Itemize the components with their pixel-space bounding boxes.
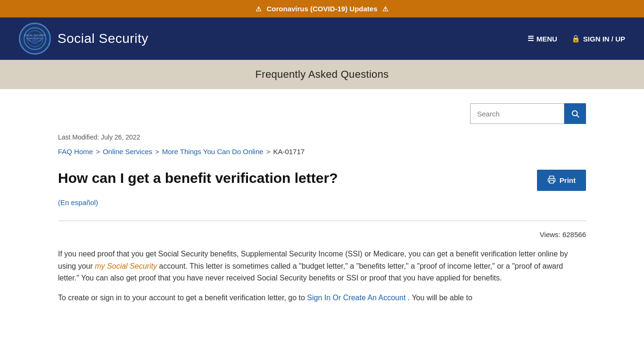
search-button[interactable] (564, 103, 586, 124)
menu-link[interactable]: ☰ MENU (528, 34, 557, 43)
last-modified: Last Modified: July 26, 2022 (58, 133, 586, 141)
search-icon (571, 109, 579, 118)
breadcrumb-more-things[interactable]: More Things You Can Do Online (162, 148, 264, 156)
menu-icon: ☰ (528, 34, 534, 43)
ssa-logo: SOCIAL SECURITY ADMINISTRATION (19, 23, 51, 55)
svg-text:SOCIAL SECURITY: SOCIAL SECURITY (25, 34, 46, 37)
breadcrumb-sep-3: > (266, 148, 271, 156)
sign-in-link[interactable]: Sign In Or Create An Account (307, 294, 405, 302)
lock-icon: 🔒 (571, 34, 580, 43)
signin-label: SIGN IN / UP (583, 35, 625, 43)
views-count: Views: 628566 (58, 230, 586, 239)
main-content: Last Modified: July 26, 2022 FAQ Home > … (39, 89, 605, 325)
alert-banner: ⚠ Coronavirus (COVID-19) Updates ⚠ (0, 0, 644, 17)
sub-header: Frequently Asked Questions (0, 60, 644, 89)
search-form (470, 103, 586, 124)
page-category-title: Frequently Asked Questions (19, 68, 625, 81)
search-input[interactable] (470, 103, 564, 124)
article-header-row: How can I get a benefit verification let… (58, 170, 586, 191)
svg-line-10 (577, 115, 578, 117)
breadcrumb-current: KA-01717 (273, 148, 305, 156)
article-divider (58, 221, 586, 221)
article-paragraph-2: To create or sign in to your account to … (58, 292, 586, 304)
article-paragraph-1: If you need proof that you get Social Se… (58, 248, 586, 284)
breadcrumb-sep-1: > (96, 148, 100, 156)
printer-icon (547, 175, 556, 185)
alert-icon: ⚠ (256, 5, 262, 13)
breadcrumb-faq-home[interactable]: FAQ Home (58, 148, 93, 156)
header: SOCIAL SECURITY ADMINISTRATION Social Se… (0, 17, 644, 60)
svg-line-6 (28, 40, 31, 41)
body-p2-end: . You will be able to (408, 294, 472, 302)
alert-icon-right: ⚠ (382, 5, 388, 13)
en-espanol-link[interactable]: (En español) (58, 198, 98, 206)
header-logo-link[interactable]: SOCIAL SECURITY ADMINISTRATION Social Se… (19, 23, 149, 55)
alert-text: Coronavirus (COVID-19) Updates (266, 5, 377, 13)
svg-line-7 (39, 40, 41, 41)
article-body: If you need proof that you get Social Se… (58, 248, 586, 304)
header-nav: ☰ MENU 🔒 SIGN IN / UP (528, 34, 625, 43)
my-ssa-link[interactable]: my Social Security (95, 262, 157, 270)
breadcrumb-sep-2: > (155, 148, 159, 156)
article-title: How can I get a benefit verification let… (58, 170, 338, 187)
print-label: Print (560, 176, 576, 184)
body-p2-start: To create or sign in to your account to … (58, 294, 305, 302)
svg-rect-11 (549, 181, 553, 183)
svg-point-8 (33, 37, 36, 40)
signin-link[interactable]: 🔒 SIGN IN / UP (571, 34, 625, 43)
search-row (58, 103, 586, 124)
menu-label: MENU (537, 35, 557, 43)
site-title: Social Security (58, 31, 149, 46)
breadcrumb-online-services[interactable]: Online Services (103, 148, 152, 156)
print-button[interactable]: Print (537, 170, 586, 191)
breadcrumb: FAQ Home > Online Services > More Things… (58, 148, 586, 156)
